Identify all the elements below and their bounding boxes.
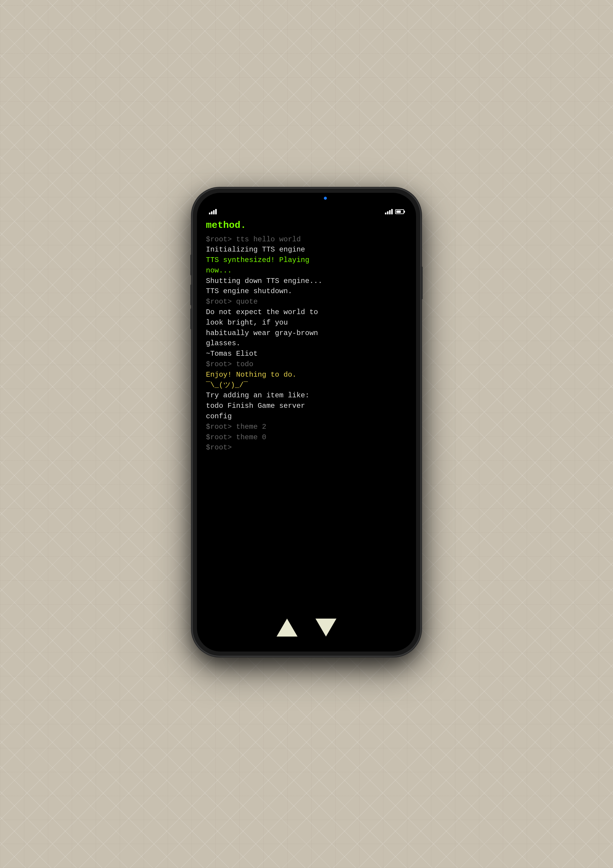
term-line-12: $root> theme 2	[206, 422, 407, 432]
phone-frame: method. $root> tts hello world Initializ…	[193, 189, 420, 656]
signal-bar-3	[213, 210, 215, 214]
term-line-7: Do not expect the world to look bright, …	[206, 307, 407, 349]
nav-buttons	[197, 612, 416, 651]
term-line-13: $root> theme 0	[206, 432, 407, 443]
status-bar	[197, 193, 416, 217]
status-signal-left	[209, 209, 217, 214]
term-line-3: TTS synthesized! Playing now...	[206, 255, 407, 276]
signal-bar-r2	[387, 211, 389, 214]
term-line-11: Try adding an item like: todo Finish Gam…	[206, 391, 407, 422]
status-right	[385, 209, 404, 214]
notch	[277, 193, 336, 204]
phone-wrapper: method. $root> tts hello world Initializ…	[193, 189, 420, 656]
battery-indicator	[395, 209, 404, 214]
term-line-2: Initializing TTS engine	[206, 245, 407, 255]
term-line-10: Enjoy! Nothing to do. ¯\_(ツ)_/¯	[206, 370, 407, 391]
term-line-5: TTS engine shutdown.	[206, 286, 407, 297]
term-line-4: Shutting down TTS engine...	[206, 276, 407, 287]
term-line-8: ~Tomas Eliot	[206, 349, 407, 359]
signal-bar-r4	[391, 209, 393, 214]
app-title: method.	[206, 220, 407, 231]
battery-fill	[396, 211, 401, 213]
signal-bars-right	[385, 209, 393, 214]
scroll-up-button[interactable]	[277, 618, 297, 637]
signal-bars-left	[209, 209, 217, 214]
signal-bar-r1	[385, 212, 386, 214]
signal-bar-1	[209, 212, 211, 214]
terminal-content[interactable]: method. $root> tts hello world Initializ…	[197, 217, 416, 612]
term-line-6: $root> quote	[206, 297, 407, 307]
camera-dot	[324, 197, 327, 200]
term-line-14: $root>	[206, 443, 407, 453]
term-line-9: $root> todo	[206, 359, 407, 370]
phone-screen: method. $root> tts hello world Initializ…	[197, 193, 416, 651]
signal-bar-4	[215, 209, 217, 214]
term-line-1: $root> tts hello world	[206, 234, 407, 245]
signal-bar-r3	[389, 210, 391, 214]
signal-bar-2	[211, 211, 212, 214]
scroll-down-button[interactable]	[316, 618, 336, 637]
